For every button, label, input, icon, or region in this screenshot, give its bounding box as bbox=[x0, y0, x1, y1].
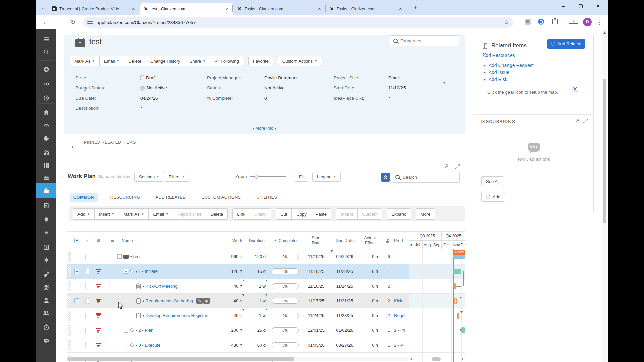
add-discussion-button[interactable]: + Add bbox=[481, 192, 505, 202]
toolbar-button[interactable]: Link bbox=[232, 208, 250, 220]
workplan-search[interactable] bbox=[392, 172, 460, 183]
status-column-icon[interactable] bbox=[97, 239, 100, 242]
download-icon[interactable]: ↓ bbox=[569, 18, 578, 24]
table-horizontal-scrollbar[interactable] bbox=[67, 357, 408, 361]
scroll-up-icon[interactable] bbox=[603, 31, 606, 34]
expand-toggle[interactable]: + bbox=[124, 328, 128, 333]
more-info-link[interactable]: ▾ More info ▾ bbox=[64, 126, 465, 131]
workplan-tab[interactable]: UTILITIES bbox=[254, 193, 280, 202]
extensions-puzzle-icon[interactable] bbox=[552, 19, 558, 24]
sidebar-item-tasks[interactable] bbox=[36, 199, 56, 212]
row-drag-handle[interactable] bbox=[68, 281, 71, 291]
tab-close-icon[interactable]: ✕ bbox=[317, 6, 322, 12]
caret-down-icon[interactable]: ▾ bbox=[143, 314, 144, 317]
workplan-search-input[interactable] bbox=[402, 175, 456, 180]
filters-button[interactable]: Filters▼ bbox=[164, 172, 190, 182]
row-drag-handle[interactable] bbox=[68, 252, 71, 262]
browser-tab[interactable]: ✕test - Clarizen.com✕ bbox=[140, 3, 233, 15]
toolbar-button[interactable]: Expand bbox=[387, 208, 411, 220]
extension-icon[interactable] bbox=[538, 19, 544, 25]
sidebar-item-requests[interactable] bbox=[36, 268, 56, 281]
person-column-icon[interactable] bbox=[386, 239, 389, 243]
workplan-tab[interactable]: ADD RELATED bbox=[153, 193, 189, 202]
state-column-icon[interactable]: ✓ bbox=[86, 238, 89, 243]
row-name-link[interactable]: Kick-Off Meeting bbox=[146, 284, 178, 289]
add-related-button[interactable]: + Add Related bbox=[547, 39, 585, 49]
row-drag-handle[interactable] bbox=[68, 266, 71, 277]
sidebar-item-menu[interactable] bbox=[36, 33, 56, 46]
new-tab-button[interactable]: + bbox=[414, 4, 417, 11]
site-info-icon[interactable] bbox=[87, 20, 93, 25]
profile-avatar[interactable]: D bbox=[583, 18, 592, 26]
toolbar-button[interactable]: Insert▼ bbox=[94, 208, 119, 220]
tab-close-icon[interactable]: ✕ bbox=[224, 6, 230, 12]
tab-search-icon[interactable]: ⌄ bbox=[39, 3, 48, 12]
maximize-button[interactable] bbox=[573, 0, 588, 12]
scrollbar-thumb[interactable] bbox=[603, 79, 606, 223]
expand-toggle[interactable]: – bbox=[117, 254, 122, 259]
toolbar-button[interactable]: Outdent bbox=[357, 208, 382, 220]
sidebar-item-portfolios[interactable] bbox=[36, 159, 56, 172]
action-button[interactable]: ✓Following bbox=[210, 56, 244, 66]
sidebar-item-links[interactable] bbox=[36, 78, 56, 90]
table-row[interactable]: +▾3 - Execute480 h60 d0%01/05/2603/27/26… bbox=[67, 338, 465, 353]
sidebar-item-home[interactable] bbox=[36, 106, 56, 119]
see-all-button[interactable]: See All bbox=[481, 176, 504, 186]
sidebar-item-dashboard[interactable] bbox=[36, 119, 56, 131]
toolbar-button[interactable]: Add▼ bbox=[73, 208, 95, 220]
sidebar-item-risks[interactable] bbox=[36, 254, 56, 266]
scroll-left-icon[interactable] bbox=[410, 357, 412, 361]
action-button[interactable]: Mark As▼ bbox=[70, 56, 100, 66]
row-drag-handle[interactable] bbox=[68, 325, 71, 336]
sidebar-item-add-new[interactable] bbox=[36, 63, 56, 76]
table-row[interactable]: ▾Requirements Gathering✎◉40 h1 w0%11/17/… bbox=[67, 294, 465, 308]
pin-icon[interactable] bbox=[443, 164, 449, 171]
sidebar-item-ideas[interactable] bbox=[36, 213, 56, 226]
row-name-link[interactable]: 2 - Plan bbox=[139, 328, 154, 333]
expand-icon[interactable] bbox=[455, 164, 460, 171]
browser-tab[interactable]: ✕Tasks - Clarizen.com✕ bbox=[234, 3, 326, 15]
caret-down-icon[interactable]: ▾ bbox=[143, 285, 144, 288]
sidebar-item-issues[interactable] bbox=[36, 241, 56, 254]
caret-down-icon[interactable]: ▾ bbox=[136, 270, 137, 273]
sidebar-item-search[interactable] bbox=[36, 46, 56, 58]
select-all-checkbox[interactable] bbox=[74, 238, 79, 243]
chevron-double-down-icon[interactable]: « bbox=[70, 146, 76, 148]
sidebar-item-goals[interactable] bbox=[36, 281, 56, 294]
favorite-button[interactable]: Favorite bbox=[248, 56, 273, 66]
extension-icon[interactable] bbox=[525, 19, 531, 25]
caret-down-icon[interactable]: ▾ bbox=[136, 344, 137, 347]
expand-icon[interactable] bbox=[583, 119, 588, 125]
table-row[interactable]: +▾2 - Plan200 h25 d0%12/01/2501/02/260 h… bbox=[67, 323, 465, 338]
expand-toggle[interactable]: – bbox=[124, 269, 128, 274]
workplan-tab[interactable]: RESOURCING bbox=[108, 193, 143, 202]
table-row[interactable]: ▾Develop Requirements Register40 h1 w0%1… bbox=[67, 308, 465, 323]
view-icon[interactable]: ◉ bbox=[203, 298, 210, 304]
edit-icon[interactable]: ✎ bbox=[196, 298, 203, 304]
address-bar[interactable]: app2.clarizen.com/Clarizen/Project/23435… bbox=[83, 17, 513, 28]
toolbar-button[interactable]: Delete bbox=[206, 208, 228, 220]
sidebar-item-discussions[interactable] bbox=[36, 335, 56, 347]
properties-search[interactable] bbox=[390, 35, 459, 46]
toolbar-button[interactable]: Unlink bbox=[250, 208, 271, 220]
action-button[interactable]: Email▼ bbox=[99, 56, 124, 66]
row-checkbox[interactable] bbox=[74, 269, 79, 274]
zoom-slider-thumb[interactable] bbox=[254, 175, 258, 179]
page-vertical-scrollbar[interactable] bbox=[602, 29, 607, 362]
row-hover-tools[interactable]: ✎◉ bbox=[196, 298, 210, 304]
row-name-link[interactable]: 1 - Initiate bbox=[139, 269, 158, 274]
properties-search-input[interactable] bbox=[400, 38, 455, 43]
table-row[interactable]: ▾Kick-Off Meeting40 h1 w0%11/10/2511/14/… bbox=[67, 279, 465, 294]
zoom-slider[interactable] bbox=[250, 176, 286, 177]
add-risk-link[interactable]: ∞Add Risk bbox=[483, 76, 507, 82]
sidebar-item-timesheets[interactable] bbox=[36, 321, 56, 334]
sidebar-item-groups[interactable] bbox=[36, 306, 56, 319]
caret-down-icon[interactable]: ▾ bbox=[143, 299, 144, 303]
sidebar-item-analytics[interactable] bbox=[36, 146, 56, 159]
toolbar-button[interactable]: More bbox=[416, 208, 435, 220]
sidebar-item-milestones[interactable] bbox=[36, 227, 56, 240]
action-button[interactable]: Change History bbox=[146, 56, 185, 66]
row-drag-handle[interactable] bbox=[68, 296, 71, 306]
row-name-link[interactable]: Develop Requirements Register bbox=[146, 313, 207, 318]
legend-button[interactable]: Legend▼ bbox=[312, 172, 341, 182]
